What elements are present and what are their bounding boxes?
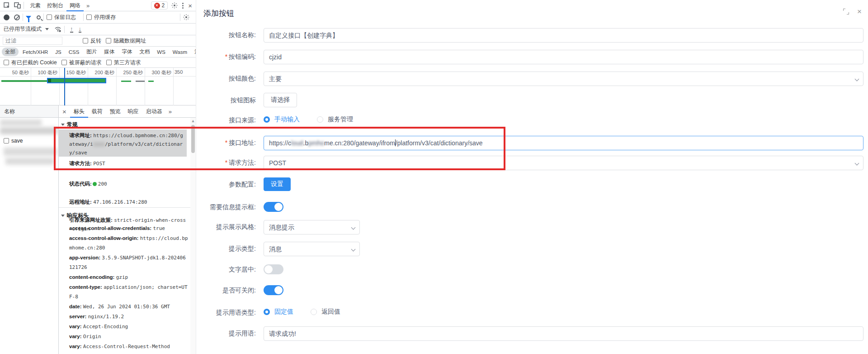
import-har-icon[interactable]: ↑	[70, 26, 73, 33]
tick-label: 100 毫秒	[29, 69, 57, 76]
closable-toggle[interactable]	[264, 285, 283, 295]
field-label: 提示类型:	[202, 245, 256, 253]
drawer-close-icon[interactable]: ×	[857, 7, 862, 16]
tab-console[interactable]: 控制台	[44, 0, 66, 11]
request-detail-tabs: × 标头 载荷 预览 响应 启动器 »	[59, 105, 196, 118]
phrase-input[interactable]: 请求成功!	[264, 326, 863, 341]
radio-option-service[interactable]: 服务管理	[328, 115, 353, 124]
blocked-cookies-checkbox[interactable]: 有已拦截的 Cookie	[4, 59, 57, 67]
more-detail-tabs-icon[interactable]: »	[166, 108, 175, 115]
response-headers-section-toggle[interactable]: 响应标头	[61, 212, 89, 220]
tip-type-select[interactable]: 消息	[264, 242, 360, 256]
checkbox-icon	[4, 60, 9, 65]
pill-doc[interactable]: 文档	[136, 48, 153, 56]
radio-option-return[interactable]: 返回值	[321, 308, 340, 316]
inspect-element-icon[interactable]	[4, 2, 10, 9]
header-row: access-control-allow-origin: https://clo…	[69, 234, 189, 253]
invert-checkbox[interactable]: 反转	[83, 37, 101, 45]
close-detail-icon[interactable]: ×	[59, 108, 70, 115]
blocked-requests-checkbox[interactable]: 被屏蔽的请求	[61, 59, 102, 67]
devtools-close-icon[interactable]: ×	[188, 2, 192, 10]
filter-input[interactable]: 过滤	[3, 37, 62, 45]
tab-preview[interactable]: 预览	[106, 105, 124, 118]
name-column-header[interactable]: 名称	[0, 105, 59, 118]
network-overview-timeline[interactable]: 50 毫秒 100 毫秒 150 毫秒 200 毫秒 250 毫秒 300 毫秒…	[0, 68, 196, 105]
search-icon[interactable]	[37, 15, 41, 19]
radio-selected-icon[interactable]	[264, 116, 270, 123]
field-label: 参数配置:	[202, 181, 256, 189]
general-remote-address: 远程地址: 47.106.216.174:280	[69, 198, 190, 206]
header-row: content-encoding: gzip	[69, 273, 189, 282]
pill-font[interactable]: 字体	[118, 48, 135, 56]
expand-icon[interactable]	[843, 9, 849, 14]
record-network-icon[interactable]	[4, 14, 9, 20]
radio-selected-icon[interactable]	[264, 309, 270, 315]
third-party-checkbox[interactable]: 第三方请求	[106, 59, 141, 67]
selected-request-bar[interactable]	[47, 78, 106, 83]
drawer-title: 添加按钮	[203, 8, 234, 19]
radio-option-fixed[interactable]: 固定值	[274, 308, 293, 316]
header-row: vary: Origin	[69, 332, 189, 341]
clear-network-icon[interactable]	[14, 14, 20, 20]
pill-media[interactable]: 媒体	[101, 48, 118, 56]
text-center-toggle[interactable]	[264, 264, 283, 274]
pill-all[interactable]: 全部	[2, 48, 19, 56]
error-count: 2	[162, 2, 165, 9]
tab-response[interactable]: 响应	[124, 105, 142, 118]
button-color-select[interactable]: 主要	[264, 72, 863, 86]
network-conditions-icon[interactable]	[54, 26, 61, 32]
field-label: *按钮编码:	[202, 53, 256, 61]
preserve-log-checkbox[interactable]: 保留日志	[47, 14, 76, 21]
error-count-badge[interactable]: ✕ 2	[151, 1, 168, 10]
tip-style-select[interactable]: 消息提示	[264, 220, 360, 234]
general-request-url: 请求网址: https://cloud.bpmhome.cn:280/g ate…	[69, 131, 188, 157]
tick-label: 50 毫秒	[0, 69, 29, 76]
kebab-menu-icon[interactable]	[182, 3, 184, 9]
button-name-input[interactable]: 自定义接口【创建字典】	[264, 28, 863, 43]
pill-wasm[interactable]: Wasm	[170, 48, 190, 56]
network-settings-gear-icon[interactable]	[183, 14, 189, 20]
request-row-save[interactable]: save	[4, 138, 23, 144]
pill-fetch-xhr[interactable]: Fetch/XHR	[19, 48, 51, 56]
pill-ws[interactable]: WS	[154, 48, 169, 56]
tab-payload[interactable]: 载荷	[88, 105, 106, 118]
header-row: access-control-allow-credentials: true	[69, 224, 189, 233]
triangle-down-icon	[61, 124, 65, 126]
request-list: save	[0, 118, 59, 354]
checkbox-icon	[83, 38, 88, 43]
export-har-icon[interactable]: ↓	[79, 26, 82, 33]
pill-img[interactable]: 图片	[83, 48, 100, 56]
triangle-down-icon	[61, 215, 65, 217]
scrollbar[interactable]: ▲	[190, 118, 196, 354]
tab-elements[interactable]: 元素	[27, 0, 44, 11]
api-url-input[interactable]: https://cloud.bpmhome.cn:280/gateway/ifr…	[264, 136, 863, 150]
tab-network[interactable]: 网络	[66, 0, 84, 11]
tab-headers[interactable]: 标头	[70, 105, 88, 118]
request-method-select[interactable]: POST	[264, 156, 863, 170]
radio-unselected-icon[interactable]	[311, 309, 317, 315]
device-toolbar-icon[interactable]	[14, 2, 21, 9]
params-config-button[interactable]: 设置	[264, 177, 291, 191]
scrollbar-thumb[interactable]	[191, 125, 195, 153]
general-section-toggle[interactable]: 常规	[61, 121, 78, 129]
field-label: 提示展示风格:	[202, 223, 256, 231]
radio-unselected-icon[interactable]	[317, 116, 323, 123]
status-ok-icon	[93, 182, 97, 186]
scroll-up-icon[interactable]: ▲	[190, 119, 196, 123]
disable-cache-checkbox[interactable]: 停用缓存	[86, 14, 116, 21]
need-message-toggle[interactable]	[264, 202, 283, 212]
settings-gear-icon[interactable]	[171, 2, 178, 9]
radio-option-manual[interactable]: 手动输入	[274, 115, 300, 124]
hide-data-urls-checkbox[interactable]: 隐藏数据网址	[106, 37, 146, 45]
tab-initiator[interactable]: 启动器	[142, 105, 166, 118]
checkbox-icon	[86, 14, 92, 20]
checkbox-icon	[61, 60, 67, 65]
more-tabs-icon[interactable]: »	[84, 2, 92, 9]
choose-icon-button[interactable]: 请选择	[264, 93, 297, 107]
pill-css[interactable]: CSS	[66, 48, 83, 56]
checkbox-icon[interactable]	[4, 138, 9, 144]
pill-js[interactable]: JS	[52, 48, 64, 56]
button-code-input[interactable]: cjzid	[264, 50, 863, 64]
filter-funnel-icon[interactable]	[26, 16, 31, 19]
throttling-select[interactable]: 已停用节流模式	[4, 25, 42, 33]
